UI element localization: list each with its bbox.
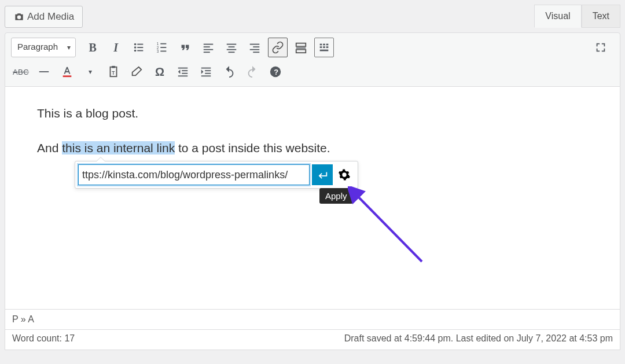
pagebreak-icon xyxy=(295,41,307,54)
italic-button[interactable]: I xyxy=(106,38,126,57)
p2-before: And xyxy=(37,141,62,155)
paragraph-select-label: Paragraph xyxy=(17,42,58,52)
gear-icon xyxy=(338,168,351,181)
svg-rect-21 xyxy=(253,46,259,47)
svg-point-2 xyxy=(134,46,137,49)
read-more-button[interactable] xyxy=(291,38,311,57)
add-media-button[interactable]: Add Media xyxy=(5,6,83,28)
paste-text-button[interactable]: T xyxy=(104,62,123,82)
text-color-icon xyxy=(61,65,73,78)
link-icon xyxy=(271,41,284,54)
svg-rect-41 xyxy=(182,73,188,74)
align-center-button[interactable] xyxy=(222,38,241,57)
tab-visual[interactable]: Visual xyxy=(534,5,581,28)
svg-rect-23 xyxy=(253,52,259,53)
toolbar-toggle-icon xyxy=(318,41,330,54)
quote-icon xyxy=(179,41,192,54)
numbered-list-button[interactable]: 123 xyxy=(152,38,172,57)
bullet-list-icon xyxy=(133,41,145,54)
svg-rect-28 xyxy=(323,44,325,46)
editor-body[interactable]: This is a blog post. And this is an inte… xyxy=(5,87,620,310)
redo-button[interactable] xyxy=(242,62,262,82)
hr-icon xyxy=(38,65,50,78)
link-options-button[interactable] xyxy=(334,164,355,185)
svg-rect-14 xyxy=(204,49,214,50)
align-right-button[interactable] xyxy=(245,38,264,57)
help-button[interactable]: ? xyxy=(266,62,285,82)
svg-rect-43 xyxy=(201,68,211,69)
svg-rect-5 xyxy=(137,50,143,52)
special-char-button[interactable]: Ω xyxy=(150,62,170,82)
link-url-input[interactable] xyxy=(78,164,310,185)
bold-button[interactable]: B xyxy=(83,38,102,57)
svg-rect-17 xyxy=(229,46,235,47)
svg-rect-9 xyxy=(160,47,166,48)
insert-link-popover: Apply xyxy=(75,161,358,189)
bullet-list-button[interactable] xyxy=(129,38,149,57)
paragraph-2[interactable]: And this is an internal link to a post i… xyxy=(37,139,588,157)
align-right-icon xyxy=(248,41,261,54)
svg-rect-31 xyxy=(323,46,325,48)
svg-rect-1 xyxy=(137,44,143,45)
align-left-button[interactable] xyxy=(198,38,218,57)
svg-rect-27 xyxy=(320,44,322,46)
editor-toolbar: Paragraph ▾ B I 123 ABC ▾ T Ω ? xyxy=(5,32,620,87)
numbered-list-icon: 123 xyxy=(156,41,168,54)
paragraph-1[interactable]: This is a blog post. xyxy=(37,104,588,123)
svg-rect-37 xyxy=(112,66,115,68)
outdent-button[interactable] xyxy=(173,62,193,82)
element-path-text: P » A xyxy=(12,314,34,324)
svg-rect-22 xyxy=(250,49,260,50)
svg-rect-26 xyxy=(296,50,306,53)
svg-rect-24 xyxy=(296,43,306,47)
paragraph-select[interactable]: Paragraph ▾ xyxy=(11,38,76,57)
strike-icon: ABC xyxy=(13,68,29,76)
svg-rect-20 xyxy=(250,44,260,45)
svg-rect-12 xyxy=(204,44,214,45)
kitchen-sink-button[interactable] xyxy=(314,38,334,57)
text-color-caret[interactable]: ▾ xyxy=(80,62,100,82)
element-path[interactable]: P » A xyxy=(5,310,620,330)
svg-rect-16 xyxy=(227,44,237,45)
align-center-icon xyxy=(225,41,238,54)
selected-link-text[interactable]: this is an internal link xyxy=(62,141,175,155)
align-left-icon xyxy=(202,41,215,54)
svg-rect-33 xyxy=(320,50,329,52)
svg-rect-42 xyxy=(178,75,188,76)
text-color-button[interactable] xyxy=(57,62,77,82)
hr-button[interactable] xyxy=(34,62,54,82)
apply-link-button[interactable] xyxy=(312,164,333,185)
svg-rect-29 xyxy=(326,44,329,46)
svg-rect-18 xyxy=(227,49,237,50)
svg-rect-13 xyxy=(204,46,210,47)
svg-rect-11 xyxy=(160,51,166,52)
editor-footer: Word count: 17 Draft saved at 4:59:44 pm… xyxy=(5,330,620,350)
word-count: Word count: 17 xyxy=(12,333,75,344)
svg-line-49 xyxy=(356,194,422,262)
fullscreen-button[interactable] xyxy=(591,38,611,57)
strikethrough-button[interactable]: ABC xyxy=(11,62,31,82)
svg-rect-46 xyxy=(201,75,211,76)
camera-music-icon xyxy=(13,11,25,23)
enter-arrow-icon xyxy=(316,168,329,181)
add-media-label: Add Media xyxy=(27,11,74,23)
svg-rect-3 xyxy=(137,47,143,48)
save-status: Draft saved at 4:59:44 pm. Last edited o… xyxy=(344,333,613,344)
help-icon: ? xyxy=(269,65,282,78)
svg-rect-19 xyxy=(229,52,235,53)
apply-tooltip: Apply xyxy=(319,188,353,204)
svg-text:T: T xyxy=(112,71,115,76)
link-button[interactable] xyxy=(268,38,288,57)
clear-format-button[interactable] xyxy=(127,62,146,82)
indent-button[interactable] xyxy=(196,62,216,82)
undo-icon xyxy=(223,65,236,78)
svg-rect-40 xyxy=(182,70,188,71)
outdent-icon xyxy=(177,65,189,78)
blockquote-button[interactable] xyxy=(175,38,195,57)
undo-button[interactable] xyxy=(219,62,239,82)
svg-rect-30 xyxy=(320,46,322,48)
fullscreen-icon xyxy=(594,41,607,54)
svg-rect-35 xyxy=(63,75,72,77)
tab-text[interactable]: Text xyxy=(582,5,620,28)
svg-rect-32 xyxy=(326,46,329,48)
